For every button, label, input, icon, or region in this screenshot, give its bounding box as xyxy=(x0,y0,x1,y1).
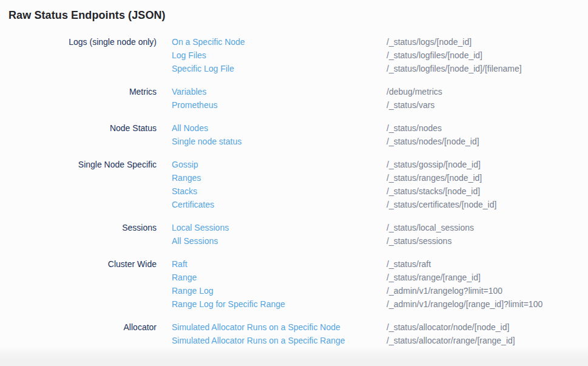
endpoint-section: Allocator Simulated Allocator Runs on a … xyxy=(0,320,588,347)
endpoint-section: Metrics Variables /debug/metrics Prometh… xyxy=(0,85,588,112)
endpoint-path: /_status/stacks/[node_id] xyxy=(387,185,480,198)
endpoint-row: Prometheus /_status/vars xyxy=(172,98,588,112)
endpoint-path: /_status/gossip/[node_id] xyxy=(387,158,481,171)
endpoint-path: /_status/raft xyxy=(387,257,431,271)
endpoint-link[interactable]: Ranges xyxy=(172,171,387,185)
endpoint-link[interactable]: Gossip xyxy=(172,158,387,171)
endpoint-row: Range /_status/range/[range_id] xyxy=(172,271,588,284)
endpoint-link[interactable]: Range xyxy=(172,271,387,284)
endpoint-link[interactable]: Variables xyxy=(172,85,387,98)
section-rows: Raft /_status/raft Range /_status/range/… xyxy=(172,257,588,311)
endpoint-link[interactable]: Certificates xyxy=(172,198,387,211)
endpoint-row: Ranges /_status/ranges/[node_id] xyxy=(172,171,588,185)
endpoint-link[interactable]: Specific Log File xyxy=(172,62,387,75)
endpoint-path: /_admin/v1/rangelog?limit=100 xyxy=(387,284,502,297)
endpoint-link[interactable]: Range Log for Specific Range xyxy=(172,297,387,311)
endpoint-row: Local Sessions /_status/local_sessions xyxy=(172,221,588,234)
endpoint-path: /_status/nodes/[node_id] xyxy=(387,135,479,148)
section-rows: On a Specific Node /_status/logs/[node_i… xyxy=(172,35,588,75)
endpoint-path: /_status/logfiles/[node_id]/[filename] xyxy=(387,62,522,75)
endpoint-row: All Nodes /_status/nodes xyxy=(172,121,588,135)
endpoint-path: /_status/allocator/node/[node_id] xyxy=(387,320,509,334)
endpoint-section: Node Status All Nodes /_status/nodes Sin… xyxy=(0,121,588,148)
endpoint-path: /debug/metrics xyxy=(387,85,442,98)
endpoint-link[interactable]: Log Files xyxy=(172,49,387,62)
endpoint-sections: Logs (single node only) On a Specific No… xyxy=(0,35,588,347)
section-rows: Local Sessions /_status/local_sessions A… xyxy=(172,221,588,248)
endpoint-section: Cluster Wide Raft /_status/raft Range /_… xyxy=(0,257,588,311)
endpoint-row: Certificates /_status/certificates/[node… xyxy=(172,198,588,211)
endpoint-path: /_status/sessions xyxy=(387,234,451,248)
endpoint-row: Stacks /_status/stacks/[node_id] xyxy=(172,185,588,198)
endpoint-row: All Sessions /_status/sessions xyxy=(172,234,588,248)
endpoint-row: Single node status /_status/nodes/[node_… xyxy=(172,135,588,148)
endpoint-path: /_status/logs/[node_id] xyxy=(387,35,471,49)
section-rows: Gossip /_status/gossip/[node_id] Ranges … xyxy=(172,158,588,211)
endpoint-section: Sessions Local Sessions /_status/local_s… xyxy=(0,221,588,248)
endpoint-row: Simulated Allocator Runs on a Specific R… xyxy=(172,334,588,347)
section-label: Node Status xyxy=(0,121,172,135)
endpoint-path: /_status/vars xyxy=(387,98,434,112)
section-label: Metrics xyxy=(0,85,172,98)
section-rows: Variables /debug/metrics Prometheus /_st… xyxy=(172,85,588,112)
endpoint-row: Variables /debug/metrics xyxy=(172,85,588,98)
section-label: Logs (single node only) xyxy=(0,35,172,49)
section-label: Single Node Specific xyxy=(0,158,172,171)
endpoint-path: /_status/allocator/range/[range_id] xyxy=(387,334,515,347)
endpoint-link[interactable]: Single node status xyxy=(172,135,387,148)
section-label: Allocator xyxy=(0,320,172,334)
page-title: Raw Status Endpoints (JSON) xyxy=(8,8,588,23)
endpoint-row: Range Log /_admin/v1/rangelog?limit=100 xyxy=(172,284,588,297)
endpoint-link[interactable]: On a Specific Node xyxy=(172,35,387,49)
endpoint-row: Specific Log File /_status/logfiles/[nod… xyxy=(172,62,588,75)
endpoint-link[interactable]: Prometheus xyxy=(172,98,387,112)
endpoint-link[interactable]: Local Sessions xyxy=(172,221,387,234)
endpoint-path: /_status/ranges/[node_id] xyxy=(387,171,482,185)
endpoint-row: Gossip /_status/gossip/[node_id] xyxy=(172,158,588,171)
endpoint-path: /_status/certificates/[node_id] xyxy=(387,198,496,211)
endpoint-row: Simulated Allocator Runs on a Specific N… xyxy=(172,320,588,334)
endpoint-path: /_status/range/[range_id] xyxy=(387,271,481,284)
endpoint-path: /_admin/v1/rangelog/[range_id]?limit=100 xyxy=(387,297,542,311)
endpoint-link[interactable]: All Sessions xyxy=(172,234,387,248)
endpoint-row: Range Log for Specific Range /_admin/v1/… xyxy=(172,297,588,311)
endpoint-link[interactable]: All Nodes xyxy=(172,121,387,135)
endpoint-section: Logs (single node only) On a Specific No… xyxy=(0,35,588,75)
raw-status-endpoints-page: Raw Status Endpoints (JSON) Logs (single… xyxy=(0,0,588,347)
endpoint-path: /_status/nodes xyxy=(387,121,442,135)
endpoint-row: On a Specific Node /_status/logs/[node_i… xyxy=(172,35,588,49)
endpoint-link[interactable]: Simulated Allocator Runs on a Specific R… xyxy=(172,334,387,347)
endpoint-row: Log Files /_status/logfiles/[node_id] xyxy=(172,49,588,62)
endpoint-link[interactable]: Stacks xyxy=(172,185,387,198)
endpoint-link[interactable]: Range Log xyxy=(172,284,387,297)
endpoint-row: Raft /_status/raft xyxy=(172,257,588,271)
section-rows: Simulated Allocator Runs on a Specific N… xyxy=(172,320,588,347)
endpoint-path: /_status/logfiles/[node_id] xyxy=(387,49,482,62)
section-rows: All Nodes /_status/nodes Single node sta… xyxy=(172,121,588,148)
endpoint-link[interactable]: Raft xyxy=(172,257,387,271)
endpoint-path: /_status/local_sessions xyxy=(387,221,474,234)
endpoint-section: Single Node Specific Gossip /_status/gos… xyxy=(0,158,588,211)
section-label: Sessions xyxy=(0,221,172,234)
endpoint-link[interactable]: Simulated Allocator Runs on a Specific N… xyxy=(172,320,387,334)
section-label: Cluster Wide xyxy=(0,257,172,271)
